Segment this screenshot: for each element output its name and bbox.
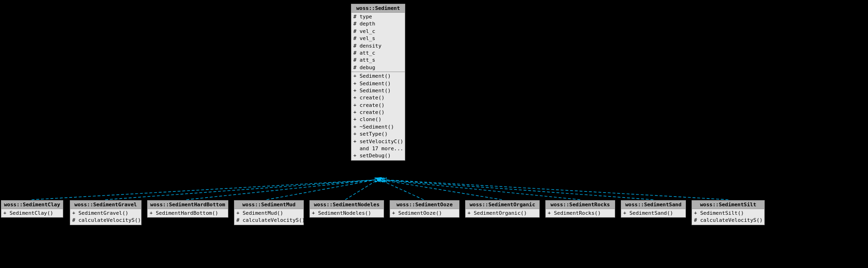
method-sediment-3: + Sediment() — [353, 87, 403, 94]
attr-vel-s: # vel_s — [353, 35, 403, 42]
sand-method-1: + SedimentSand() — [623, 210, 684, 217]
nodules-class-name: woss::SedimentNodeles — [310, 201, 384, 209]
clay-method-1: + SedimentClay() — [3, 210, 61, 217]
mud-method-1: + SedimentMud() — [236, 210, 301, 217]
method-create-1: + create() — [353, 94, 403, 101]
rocks-methods: + SedimentRocks() — [546, 209, 615, 217]
sand-class-name: woss::SedimentSand — [621, 201, 685, 209]
clay-class-box: woss::SedimentClay + SedimentClay() — [1, 200, 63, 218]
clay-class-name: woss::SedimentClay — [1, 201, 63, 209]
method-sediment-1: + Sediment() — [353, 73, 403, 80]
method-create-2: + create() — [353, 102, 403, 109]
svg-line-10 — [387, 180, 728, 200]
organic-methods: + SedimentOrganic() — [466, 209, 539, 217]
silt-method-1: + SedimentSilt() — [694, 210, 762, 217]
mud-class-box: woss::SedimentMud + SedimentMud() # calc… — [234, 200, 304, 225]
svg-line-8 — [383, 180, 580, 200]
gravel-method-1: + SedimentGravel() — [72, 210, 139, 217]
silt-class-name: woss::SedimentSilt — [692, 201, 764, 209]
hardbottom-class-box: woss::SedimentHardBottom + SedimentHardB… — [147, 200, 228, 218]
method-setdebug: + setDebug() — [353, 152, 403, 159]
hardbottom-method-1: + SedimentHardBottom() — [150, 210, 226, 217]
central-class-box: woss::Sediment # type # depth # vel_c # … — [351, 4, 405, 161]
svg-line-4 — [267, 180, 375, 200]
hardbottom-class-name: woss::SedimentHardBottom — [148, 201, 228, 209]
sand-methods: + SedimentSand() — [621, 209, 685, 217]
method-setvelocityc: + setVelocityC() — [353, 138, 403, 145]
attr-density: # density — [353, 42, 403, 49]
gravel-method-2: # calculateVelocityS() — [72, 217, 139, 224]
inheritance-arrows — [0, 0, 868, 268]
svg-line-6 — [380, 180, 424, 200]
organic-method-1: + SedimentOrganic() — [467, 210, 537, 217]
mud-class-name: woss::SedimentMud — [234, 201, 303, 209]
attr-type: # type — [353, 13, 403, 20]
rocks-class-name: woss::SedimentRocks — [546, 201, 615, 209]
method-clone: + clone() — [353, 116, 403, 123]
svg-line-7 — [381, 180, 502, 200]
ooze-class-name: woss::SedimentOoze — [390, 201, 459, 209]
ooze-methods: + SedimentOoze() — [390, 209, 459, 217]
method-sediment-2: + Sediment() — [353, 80, 403, 87]
svg-line-2 — [105, 180, 375, 200]
attr-vel-c: # vel_c — [353, 28, 403, 35]
central-methods-section: + Sediment() + Sediment() + Sediment() +… — [351, 72, 405, 160]
central-class-name: woss::Sediment — [351, 4, 405, 13]
attr-att-s: # att_s — [353, 57, 403, 64]
method-more: and 17 more... — [353, 145, 403, 152]
organic-class-name: woss::SedimentOrganic — [466, 201, 539, 209]
method-settype: + setType() — [353, 130, 403, 138]
mud-methods: + SedimentMud() # calculateVelocityS() — [234, 209, 303, 225]
silt-class-box: woss::SedimentSilt + SedimentSilt() # ca… — [692, 200, 765, 225]
svg-line-1 — [32, 180, 375, 200]
attr-debug: # debug — [353, 64, 403, 71]
central-attributes-section: # type # depth # vel_c # vel_s # density… — [351, 13, 405, 72]
nodules-method-1: + SedimentNodeles() — [312, 210, 382, 217]
method-create-3: + create() — [353, 109, 403, 116]
method-destructor: + ~Sediment() — [353, 123, 403, 130]
ooze-class-box: woss::SedimentOoze + SedimentOoze() — [390, 200, 459, 218]
ooze-method-1: + SedimentOoze() — [392, 210, 457, 217]
hardbottom-methods: + SedimentHardBottom() — [148, 209, 228, 217]
rocks-class-box: woss::SedimentRocks + SedimentRocks() — [545, 200, 615, 218]
svg-line-9 — [384, 180, 653, 200]
svg-line-3 — [186, 180, 375, 200]
silt-method-2: # calculateVelocityS() — [694, 217, 762, 224]
nodules-methods: + SedimentNodeles() — [310, 209, 384, 217]
rocks-method-1: + SedimentRocks() — [548, 210, 613, 217]
clay-methods: + SedimentClay() — [1, 209, 63, 217]
svg-line-5 — [345, 180, 377, 200]
attr-att-c: # att_c — [353, 49, 403, 57]
gravel-class-box: woss::SedimentGravel + SedimentGravel() … — [70, 200, 142, 225]
mud-method-2: # calculateVelocityS() — [236, 217, 301, 224]
attr-depth: # depth — [353, 20, 403, 27]
gravel-methods: + SedimentGravel() # calculateVelocityS(… — [70, 209, 141, 225]
sand-class-box: woss::SedimentSand + SedimentSand() — [621, 200, 686, 218]
gravel-class-name: woss::SedimentGravel — [70, 201, 141, 209]
silt-methods: + SedimentSilt() # calculateVelocityS() — [692, 209, 764, 225]
diagram-container: woss::Sediment # type # depth # vel_c # … — [0, 0, 868, 268]
nodules-class-box: woss::SedimentNodeles + SedimentNodeles(… — [309, 200, 384, 218]
organic-class-box: woss::SedimentOrganic + SedimentOrganic(… — [465, 200, 540, 218]
